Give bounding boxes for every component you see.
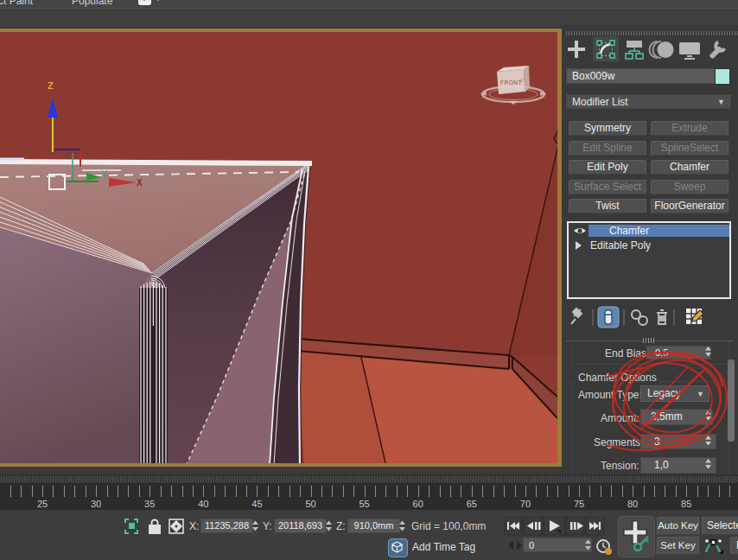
svg-text:FRONT: FRONT (500, 80, 522, 86)
svg-text:17: 17 (520, 78, 525, 83)
svg-text:Y: Y (101, 169, 107, 179)
svg-text:X: X (137, 178, 143, 188)
svg-text:Z: Z (48, 80, 54, 91)
